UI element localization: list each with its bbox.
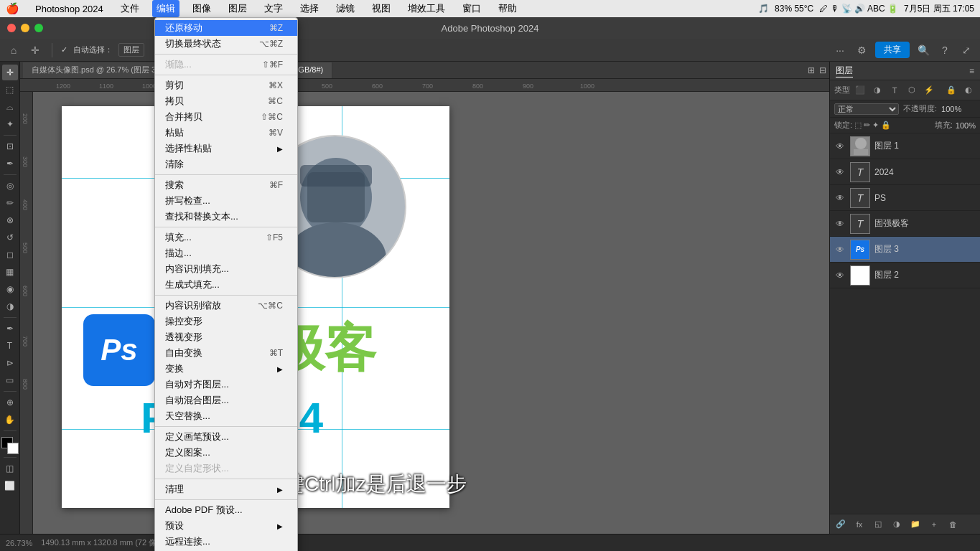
layer-item-3[interactable]: 👁 Ps 图层 3 [830, 237, 980, 263]
menu-item-transform[interactable]: 变换 [155, 361, 297, 377]
dodge-tool[interactable]: ◑ [2, 298, 18, 314]
menu-item-auto-align[interactable]: 自动对齐图层... [155, 377, 297, 392]
layer-item-ps[interactable]: 👁 T PS [830, 185, 980, 211]
filter-shape-icon[interactable]: ⬡ [905, 83, 919, 98]
menu-item-clear[interactable]: 清除 [155, 156, 297, 172]
minimize-button[interactable] [21, 24, 29, 32]
menubar-filter[interactable]: 滤镜 [332, 0, 359, 17]
menu-item-presets[interactable]: 预设 [155, 518, 297, 534]
mask-icon[interactable]: ◱ [872, 518, 885, 531]
eyedropper-tool[interactable]: ✒ [2, 156, 18, 171]
menu-item-free-transform[interactable]: 自由变换 ⌘T [155, 345, 297, 361]
filter-smart-icon[interactable]: ⚡ [922, 83, 936, 98]
menubar-type[interactable]: 文字 [260, 0, 287, 17]
filter-adjustment-icon[interactable]: ◑ [870, 83, 885, 98]
layer-visibility-ps[interactable]: 👁 [834, 192, 846, 204]
menu-item-define-shape[interactable]: 定义自定形状... [155, 461, 297, 476]
menu-item-merge-copy[interactable]: 合并拷贝 ⇧⌘C [155, 109, 297, 125]
menu-item-sky-replace[interactable]: 天空替换... [155, 408, 297, 424]
menu-item-content-aware-scale[interactable]: 内容识别缩放 ⌥⌘C [155, 298, 297, 314]
menu-item-paste[interactable]: 粘贴 ⌘V [155, 125, 297, 141]
home-icon[interactable]: ⌂ [6, 42, 22, 58]
panel-collapse-icon[interactable]: ≡ [969, 66, 974, 76]
path-select-tool[interactable]: ⊳ [2, 355, 18, 371]
menu-item-find-replace[interactable]: 查找和替换文本... [155, 209, 297, 225]
blend-mode-select[interactable]: 正常 [834, 103, 899, 115]
layer-visibility-3[interactable]: 👁 [834, 244, 846, 255]
menubar-image[interactable]: 图像 [188, 0, 215, 17]
delete-layer-icon[interactable]: 🗑 [946, 518, 959, 531]
move-tool-icon[interactable]: ✛ [27, 42, 43, 58]
eraser-tool[interactable]: ◻ [2, 247, 18, 263]
menu-item-cut[interactable]: 剪切 ⌘X [155, 77, 297, 93]
clone-stamp-tool[interactable]: ⊗ [2, 212, 18, 228]
screen-mode-icon[interactable]: ⬜ [2, 478, 18, 494]
healing-brush-tool[interactable]: ◎ [2, 178, 18, 194]
menu-item-generative-fill[interactable]: 生成式填充... [155, 277, 297, 293]
auto-select-checkbox[interactable]: ✓ [61, 45, 67, 55]
layer-item-2[interactable]: 👁 图层 2 [830, 263, 980, 288]
menu-item-remote-connect[interactable]: 远程连接... [155, 534, 297, 550]
selection-tool[interactable]: ⬚ [2, 82, 18, 98]
layer-visibility-1[interactable]: 👁 [834, 141, 846, 152]
fx-icon[interactable]: fx [853, 518, 866, 531]
tab-1[interactable]: 自媒体头像图.psd @ 26.7% (图层 3... [23, 62, 172, 78]
close-button[interactable] [7, 24, 16, 32]
lasso-tool[interactable]: ⌓ [2, 99, 18, 115]
menu-item-content-aware-fill[interactable]: 内容识别填充... [155, 261, 297, 277]
menubar-layer[interactable]: 图层 [224, 0, 251, 17]
adjustment-icon[interactable]: ◑ [890, 518, 903, 531]
layer-item-2024[interactable]: 👁 T 2024 [830, 159, 980, 185]
window-controls[interactable] [7, 24, 43, 32]
menu-item-paste-special[interactable]: 选择性粘贴 [155, 141, 297, 156]
canvas-viewport[interactable]: Ps 国强极客 PS 2024 撤销按快捷键Ctrl加z是后退一步 [33, 92, 829, 534]
menu-item-define-pattern[interactable]: 定义图案... [155, 445, 297, 461]
menu-item-pdf-presets[interactable]: Adobe PDF 预设... [155, 502, 297, 518]
menubar-file[interactable]: 文件 [116, 0, 144, 17]
menubar-select[interactable]: 选择 [296, 0, 323, 17]
menubar-help[interactable]: 帮助 [494, 0, 521, 17]
menubar-edit[interactable]: 编辑 [152, 0, 179, 17]
brush-tool[interactable]: ✏ [2, 195, 18, 211]
share-button[interactable]: 共享 [875, 42, 910, 58]
menu-item-perspective-warp[interactable]: 透视变形 [155, 329, 297, 345]
menubar-view[interactable]: 视图 [368, 0, 395, 17]
settings-icon[interactable]: ⚙ [854, 42, 869, 58]
move-tool[interactable]: ✛ [2, 65, 18, 80]
background-color[interactable] [7, 443, 19, 454]
quick-mask-icon[interactable]: ◫ [2, 461, 18, 476]
menu-item-stroke[interactable]: 描边... [155, 245, 297, 261]
ellipsis-icon[interactable]: ··· [832, 42, 848, 58]
menu-item-fill[interactable]: 填充... ⇧F5 [155, 230, 297, 245]
layer-visibility-2[interactable]: 👁 [834, 270, 846, 281]
crop-tool[interactable]: ⊡ [2, 138, 18, 154]
opacity-value[interactable]: 100% [941, 105, 961, 113]
layer-visibility-2024[interactable]: 👁 [834, 166, 846, 178]
menu-item-spellcheck[interactable]: 拼写检查... [155, 193, 297, 209]
search-icon[interactable]: 🔍 [915, 42, 931, 58]
menubar-window[interactable]: 窗口 [458, 0, 485, 17]
menu-item-define-brush[interactable]: 定义画笔预设... [155, 429, 297, 445]
menubar-plugins[interactable]: 增效工具 [403, 0, 449, 17]
layer-item-gqjk[interactable]: 👁 T 固强极客 [830, 211, 980, 237]
filter-pixel-icon[interactable]: ⬛ [853, 83, 867, 98]
layers-tab[interactable]: 图层 [836, 65, 853, 77]
magic-wand-tool[interactable]: ✦ [2, 116, 18, 132]
zoom-tool[interactable]: ⊕ [2, 395, 18, 410]
color-swatches[interactable] [1, 437, 19, 454]
new-layer-icon[interactable]: + [928, 518, 941, 531]
layer-visibility-gqjk[interactable]: 👁 [834, 218, 846, 230]
help-icon[interactable]: ? [937, 42, 953, 58]
menu-item-purge[interactable]: 清理 [155, 481, 297, 497]
menu-item-undo-move[interactable]: 还原移动 ⌘Z [155, 20, 297, 36]
menu-item-fade[interactable]: 渐隐... ⇧⌘F [155, 57, 297, 72]
filter-type-icon[interactable]: T [887, 83, 902, 98]
maximize-button[interactable] [34, 24, 43, 32]
layer-dropdown[interactable]: 图层 [118, 43, 144, 57]
filter-lock-icon[interactable]: 🔒 [944, 83, 958, 98]
link-layers-icon[interactable]: 🔗 [834, 518, 847, 531]
arrange-icon[interactable]: ⊞ [808, 65, 815, 75]
menu-item-puppet-warp[interactable]: 操控变形 [155, 314, 297, 329]
shape-tool[interactable]: ▭ [2, 372, 18, 388]
menubar-app-name[interactable]: Photoshop 2024 [31, 0, 108, 17]
